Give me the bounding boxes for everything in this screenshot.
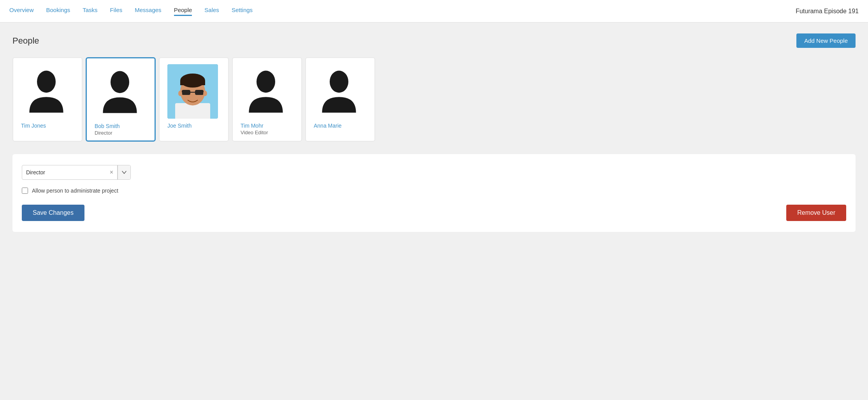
svg-point-10 <box>178 91 182 96</box>
page-title: People <box>12 36 39 46</box>
svg-point-11 <box>203 91 207 96</box>
person-name-anna-marie: Anna Marie <box>314 123 367 129</box>
tab-tasks[interactable]: Tasks <box>83 7 97 16</box>
add-new-people-button[interactable]: Add New People <box>796 33 856 48</box>
person-card-anna-marie[interactable]: Anna Marie <box>305 57 375 142</box>
person-silhouette-icon <box>98 68 141 115</box>
avatar-tim-jones <box>21 64 72 119</box>
tab-bookings[interactable]: Bookings <box>46 7 70 16</box>
person-name-tim-mohr: Tim Mohr <box>241 123 293 129</box>
role-select-value: Director <box>22 165 106 180</box>
svg-point-1 <box>111 71 129 93</box>
role-clear-button[interactable]: × <box>106 165 118 179</box>
person-photo-joe-smith <box>167 64 218 119</box>
remove-user-button[interactable]: Remove User <box>786 205 846 221</box>
role-select-wrapper[interactable]: Director × <box>22 165 131 180</box>
svg-rect-8 <box>195 90 204 95</box>
chevron-down-icon <box>122 171 127 174</box>
person-silhouette-icon <box>25 68 68 115</box>
avatar-anna-marie <box>314 64 364 119</box>
person-role-tim-mohr: Video Editor <box>241 130 293 135</box>
navigation: Overview Bookings Tasks Files Messages P… <box>0 0 868 23</box>
admin-checkbox-label[interactable]: Allow person to administrate project <box>32 188 118 194</box>
joe-photo-svg <box>167 64 218 119</box>
bottom-bar: Save Changes Remove User <box>22 205 846 221</box>
person-name-bob-smith: Bob Smith <box>95 123 147 129</box>
person-card-bob-smith[interactable]: Bob Smith Director <box>86 57 156 142</box>
admin-checkbox-row: Allow person to administrate project <box>22 188 846 194</box>
person-card-joe-smith[interactable]: Joe Smith <box>159 57 229 142</box>
tab-overview[interactable]: Overview <box>9 7 34 16</box>
person-card-tim-jones[interactable]: Tim Jones <box>12 57 83 142</box>
tab-files[interactable]: Files <box>110 7 123 16</box>
tab-people[interactable]: People <box>174 7 192 16</box>
person-name-tim-jones: Tim Jones <box>21 123 74 129</box>
person-card-tim-mohr[interactable]: Tim Mohr Video Editor <box>232 57 302 142</box>
avatar-joe-smith <box>167 64 218 119</box>
tab-settings[interactable]: Settings <box>232 7 253 16</box>
tab-sales[interactable]: Sales <box>204 7 219 16</box>
save-changes-button[interactable]: Save Changes <box>22 205 84 221</box>
person-name-joe-smith: Joe Smith <box>167 123 220 129</box>
role-dropdown-button[interactable] <box>118 165 130 179</box>
page-header: People Add New People <box>12 33 856 48</box>
svg-point-0 <box>37 71 56 93</box>
svg-point-12 <box>257 71 275 93</box>
svg-point-13 <box>330 71 348 93</box>
people-cards: Tim Jones Bob Smith Director <box>12 57 856 142</box>
tab-messages[interactable]: Messages <box>135 7 161 16</box>
avatar-tim-mohr <box>241 64 291 119</box>
form-section: Director × Allow person to administrate … <box>12 154 856 232</box>
person-silhouette-icon <box>318 68 360 115</box>
nav-tabs: Overview Bookings Tasks Files Messages P… <box>9 7 796 16</box>
avatar-bob-smith <box>95 65 145 119</box>
main-content: People Add New People Tim Jones <box>0 23 868 243</box>
app-title: Futurama Episode 191 <box>796 8 859 15</box>
svg-rect-7 <box>182 90 190 95</box>
person-silhouette-icon <box>244 68 287 115</box>
person-role-bob-smith: Director <box>95 130 147 136</box>
admin-checkbox[interactable] <box>22 188 28 194</box>
svg-rect-6 <box>180 81 205 85</box>
